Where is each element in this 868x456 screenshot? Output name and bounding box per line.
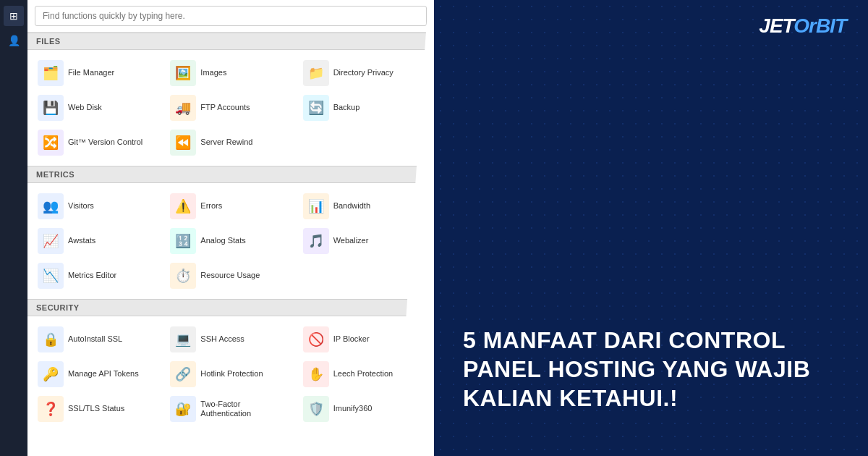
list-item[interactable]: 🚫 IP Blocker [297,322,430,357]
git-label: Git™ Version Control [68,138,142,147]
backup-label: Backup [333,103,360,112]
right-panel: JETOrBIT 5 MANFAAT DARI CONTROL PANEL HO… [434,0,868,456]
list-item[interactable]: 🔒 AutoInstall SSL [32,322,164,357]
bandwidth-icon: 📊 [303,193,329,219]
section-files-items: 🗂️ File Manager 🖼️ Images 📁 Directory Pr… [27,50,434,166]
sections-container: FILES 🗂️ File Manager 🖼️ Images 📁 Direct… [27,33,434,456]
sidebar-user-icon[interactable]: 👤 [4,30,24,51]
server-rewind-icon: ⏪ [170,130,196,156]
search-input[interactable] [35,6,427,26]
autoinstall-ssl-label: AutoInstall SSL [68,334,122,344]
list-item[interactable]: 🚚 FTP Accounts [164,90,297,125]
awstats-icon: 📈 [38,228,64,254]
analog-stats-icon: 🔢 [170,228,196,254]
section-files: FILES 🗂️ File Manager 🖼️ Images 📁 Direct… [27,33,434,166]
ssh-access-icon: 💻 [170,326,196,352]
headline-line3: KALIAN KETAHUI.! [463,385,678,411]
section-files-header: FILES [27,33,434,50]
search-bar [27,0,434,33]
list-item[interactable]: 🔢 Analog Stats [164,224,297,258]
list-item[interactable]: 📊 Bandwidth [297,189,430,224]
ssh-access-label: SSH Access [200,334,244,344]
autoinstall-ssl-icon: 🔒 [38,326,64,352]
ip-blocker-label: IP Blocker [333,334,370,344]
leech-protection-icon: ✋ [303,361,329,387]
list-item[interactable]: 💾 Web Disk [32,90,164,125]
sidebar: ⊞ 👤 [0,0,27,456]
section-security-header: SECURITY [27,299,434,316]
two-factor-auth-icon: 🔐 [170,396,196,422]
server-rewind-label: Server Rewind [200,138,252,147]
file-manager-label: File Manager [68,68,114,77]
list-item[interactable]: 🔀 Git™ Version Control [32,125,164,160]
manage-api-tokens-icon: 🔑 [38,361,64,387]
errors-label: Errors [200,201,222,211]
headline-line1: 5 MANFAAT DARI CONTROL [463,327,786,353]
hotlink-protection-icon: 🔗 [170,361,196,387]
webalizer-label: Webalizer [333,236,369,245]
imunify360-icon: 🛡️ [303,396,329,422]
directory-privacy-icon: 📁 [303,60,329,86]
manage-api-tokens-label: Manage API Tokens [68,369,139,379]
images-icon: 🖼️ [170,60,196,86]
list-item[interactable]: 🗂️ File Manager [32,56,164,90]
leech-protection-label: Leech Protection [333,369,393,379]
list-item[interactable]: ⚠️ Errors [164,189,297,224]
list-item[interactable]: 💻 SSH Access [164,322,297,357]
ssl-tls-status-label: SSL/TLS Status [68,404,124,413]
section-security: SECURITY 🔒 AutoInstall SSL 💻 SSH Access … [27,299,434,432]
bandwidth-label: Bandwidth [333,201,370,211]
visitors-icon: 👥 [38,193,64,219]
metrics-editor-icon: 📉 [38,263,64,289]
visitors-label: Visitors [68,201,94,211]
list-item[interactable]: 📈 Awstats [32,224,164,258]
file-manager-icon: 🗂️ [38,60,64,86]
section-metrics-header: METRICS [27,166,434,183]
list-item[interactable]: 📁 Directory Privacy [297,56,430,90]
awstats-label: Awstats [68,236,95,245]
brand-logo: JETOrBIT [759,14,846,38]
list-item[interactable]: ⏪ Server Rewind [164,125,297,160]
backup-icon: 🔄 [303,95,329,121]
imunify360-label: Imunify360 [333,404,373,413]
two-factor-auth-label: Two-Factor Authentication [200,400,291,418]
left-panel: ⊞ 👤 FILES 🗂️ File Manager 🖼️ Images [0,0,434,456]
ftp-accounts-label: FTP Accounts [200,103,250,112]
list-item[interactable]: ✋ Leech Protection [297,357,430,392]
headline-text: 5 MANFAAT DARI CONTROL PANEL HOSTING YAN… [463,326,846,413]
git-icon: 🔀 [38,130,64,156]
list-item[interactable]: 🔑 Manage API Tokens [32,357,164,392]
list-item[interactable]: 🔗 Hotlink Protection [164,357,297,392]
list-item[interactable]: 🔄 Backup [297,90,430,125]
list-item[interactable]: 🔐 Two-Factor Authentication [164,392,297,426]
resource-usage-label: Resource Usage [200,271,260,280]
webalizer-icon: 🎵 [303,228,329,254]
section-metrics: METRICS 👥 Visitors ⚠️ Errors 📊 Bandwidth [27,166,434,299]
section-metrics-items: 👥 Visitors ⚠️ Errors 📊 Bandwidth 📈 Awsta… [27,183,434,299]
ip-blocker-icon: 🚫 [303,326,329,352]
web-disk-icon: 💾 [38,95,64,121]
ftp-accounts-icon: 🚚 [170,95,196,121]
metrics-editor-label: Metrics Editor [68,271,116,280]
section-security-items: 🔒 AutoInstall SSL 💻 SSH Access 🚫 IP Bloc… [27,316,434,432]
logo-orbit: OrBIT [793,14,846,37]
list-item[interactable]: 🛡️ Imunify360 [297,392,430,426]
hotlink-protection-label: Hotlink Protection [200,369,263,379]
list-item[interactable]: ⏱️ Resource Usage [164,258,297,293]
main-content: FILES 🗂️ File Manager 🖼️ Images 📁 Direct… [27,0,434,456]
list-item[interactable]: 📉 Metrics Editor [32,258,164,293]
headline-line2: PANEL HOSTING YANG WAJIB [463,356,810,382]
list-item[interactable]: 🖼️ Images [164,56,297,90]
errors-icon: ⚠️ [170,193,196,219]
analog-stats-label: Analog Stats [200,236,245,245]
images-label: Images [200,68,226,77]
headline-block: 5 MANFAAT DARI CONTROL PANEL HOSTING YAN… [463,326,846,413]
resource-usage-icon: ⏱️ [170,263,196,289]
list-item[interactable]: ❓ SSL/TLS Status [32,392,164,426]
list-item[interactable]: 👥 Visitors [32,189,164,224]
web-disk-label: Web Disk [68,103,102,112]
list-item[interactable]: 🎵 Webalizer [297,224,430,258]
ssl-tls-status-icon: ❓ [38,396,64,422]
sidebar-grid-icon[interactable]: ⊞ [4,6,24,26]
logo-jet: JET [759,14,793,37]
